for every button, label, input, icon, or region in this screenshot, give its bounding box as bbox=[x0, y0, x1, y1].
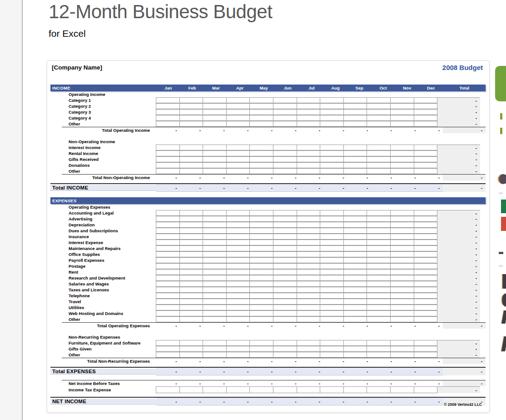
month-cell: - bbox=[252, 127, 276, 133]
input-row: Category 4- bbox=[50, 115, 486, 121]
month-cell bbox=[297, 281, 321, 287]
month-cell bbox=[367, 287, 391, 293]
month-cell bbox=[414, 245, 438, 251]
month-cell bbox=[390, 251, 414, 257]
month-cell bbox=[203, 234, 227, 240]
month-cell bbox=[297, 210, 321, 216]
month-cell bbox=[273, 386, 297, 393]
month-cell: - bbox=[276, 174, 300, 180]
month-cell bbox=[414, 228, 438, 234]
month-header bbox=[419, 197, 443, 204]
month-cell: - bbox=[419, 398, 443, 405]
month-cell: - bbox=[395, 184, 419, 192]
month-cell bbox=[320, 352, 344, 358]
month-cell bbox=[203, 269, 227, 275]
budget-year-title: 2008 Budget bbox=[442, 64, 483, 71]
month-cell: - bbox=[180, 398, 204, 405]
month-cell bbox=[249, 281, 273, 287]
month-cell bbox=[297, 245, 321, 251]
month-cell bbox=[156, 346, 180, 352]
month-cell bbox=[156, 287, 180, 293]
month-cell: - bbox=[204, 368, 228, 375]
download-button-fragment[interactable] bbox=[495, 66, 506, 101]
month-cell bbox=[367, 340, 391, 346]
month-cell bbox=[156, 299, 180, 305]
month-cell bbox=[156, 305, 180, 310]
month-cell: - bbox=[323, 380, 347, 386]
month-cell bbox=[249, 287, 273, 293]
month-cell bbox=[414, 115, 438, 121]
month-cell bbox=[343, 346, 367, 352]
month-cell bbox=[414, 293, 438, 299]
month-cell bbox=[367, 352, 391, 358]
month-cell bbox=[203, 103, 227, 109]
budget-template-preview[interactable]: [Company Name] 2008 Budget INCOMEJanFebM… bbox=[47, 60, 490, 413]
month-cell: - bbox=[395, 398, 419, 405]
month-cell bbox=[156, 281, 180, 287]
month-cell bbox=[226, 340, 250, 346]
input-row: Dues and Subscriptions- bbox=[50, 228, 486, 234]
month-cell: - bbox=[204, 127, 228, 133]
item-label: Salaries and Wages bbox=[50, 281, 156, 286]
item-label: Other bbox=[50, 169, 156, 174]
month-cell bbox=[414, 234, 438, 240]
group-total-label: Total Operating Income bbox=[50, 128, 156, 133]
month-cell bbox=[273, 109, 297, 115]
month-cell bbox=[156, 352, 180, 358]
month-cell bbox=[179, 210, 203, 216]
total-cell: - bbox=[437, 97, 480, 103]
month-cell: - bbox=[419, 184, 443, 192]
month-cell bbox=[273, 234, 297, 240]
total-cell: - bbox=[437, 281, 480, 287]
month-cell bbox=[156, 156, 180, 162]
month-cell: - bbox=[156, 127, 180, 133]
total-cell: - bbox=[437, 228, 480, 234]
month-cell bbox=[249, 346, 273, 352]
month-cell bbox=[179, 115, 203, 121]
page-title: 12-Month Business Budget bbox=[49, 1, 272, 23]
month-cell: - bbox=[204, 380, 228, 386]
month-cell bbox=[320, 216, 344, 222]
month-cell bbox=[390, 109, 414, 115]
group-total-label: Total Operating Expenses bbox=[50, 323, 156, 328]
month-cell bbox=[273, 340, 297, 346]
month-cell bbox=[203, 156, 227, 162]
month-cell bbox=[343, 216, 367, 222]
month-cell bbox=[414, 103, 438, 109]
month-cell: - bbox=[204, 322, 228, 329]
subheader-row: Non-Operating Income bbox=[50, 139, 486, 145]
month-header bbox=[395, 197, 419, 204]
month-cell: - bbox=[228, 127, 252, 133]
total-cell: - bbox=[437, 251, 480, 257]
month-cell: - bbox=[347, 358, 372, 364]
month-header bbox=[228, 197, 252, 204]
total-cell: - bbox=[437, 293, 480, 299]
total-cell: - bbox=[437, 162, 480, 168]
month-cell: - bbox=[228, 184, 252, 192]
total-cell: - bbox=[437, 245, 480, 251]
group-total-row: Net Income Before Taxes------------- bbox=[50, 380, 486, 386]
month-cell: - bbox=[419, 380, 443, 386]
input-row: Gifts Received- bbox=[50, 156, 486, 162]
month-cell bbox=[273, 245, 297, 251]
month-cell bbox=[367, 269, 391, 275]
month-cell bbox=[343, 316, 367, 322]
month-cell: - bbox=[228, 322, 252, 329]
item-label: Travel bbox=[50, 299, 156, 304]
group-total-label: Net Income Before Taxes bbox=[50, 381, 156, 386]
month-cell: - bbox=[156, 398, 180, 405]
month-cell bbox=[226, 145, 250, 150]
month-cell bbox=[249, 156, 273, 162]
month-cell bbox=[297, 150, 321, 156]
month-cell bbox=[249, 340, 273, 346]
month-cell bbox=[297, 121, 321, 127]
month-cell bbox=[226, 162, 250, 168]
month-cell bbox=[367, 150, 391, 156]
item-label: Donations bbox=[50, 163, 156, 168]
month-cell bbox=[203, 115, 227, 121]
month-cell bbox=[414, 109, 438, 115]
month-cell bbox=[249, 103, 273, 109]
month-cell: - bbox=[371, 380, 395, 386]
total-cell: - bbox=[437, 145, 480, 150]
month-cell bbox=[343, 386, 367, 393]
